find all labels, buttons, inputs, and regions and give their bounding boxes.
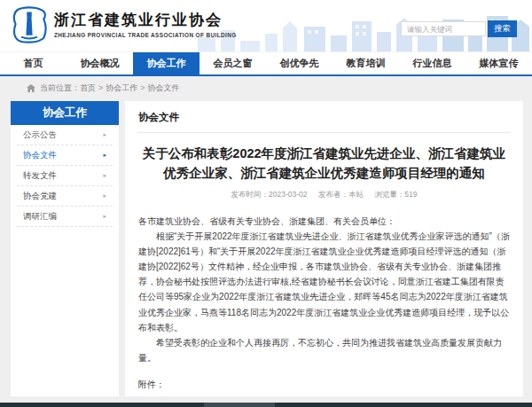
attachments-section: 附件： 1、2022年度浙江省建筑业先进企业 2、2022年度浙江省建筑业优秀企… (138, 379, 510, 396)
sidebar: 协会工作 公示公告 ▸ 协会文件 ▸ 转发文件 ▸ 协会党建 ▸ (11, 101, 119, 396)
sidebar-item-label: 协会党建 (23, 191, 57, 202)
org-name-en: ZHEJIANG PROVINCIAL TRADE ASSOCIATION OF… (54, 32, 237, 38)
article-panel: 协会文件 关于公布和表彰2022年度浙江省建筑业先进企业、浙江省建筑业优秀企业家… (125, 101, 523, 396)
search-bar: 搜索 (401, 20, 517, 37)
nav-item-about[interactable]: 协会概况 (66, 52, 133, 74)
main-area: 协会工作 公示公告 ▸ 协会文件 ▸ 转发文件 ▸ 协会党建 ▸ (11, 101, 523, 396)
nav-item-home[interactable]: 首页 (0, 52, 66, 74)
chevron-right-icon: ▸ (103, 152, 106, 159)
paragraph-salutation: 各市建筑业协会、省级有关专业协会、浙建集团、有关会员单位： (138, 214, 510, 229)
site-header: 浙江省建筑业行业协会 ZHEJIANG PROVINCIAL TRADE ASS… (0, 0, 532, 51)
sidebar-menu: 公示公告 ▸ 协会文件 ▸ 转发文件 ▸ 协会党建 ▸ 调研汇编 ▸ (11, 125, 119, 227)
sidebar-item-label: 调研汇编 (23, 211, 57, 223)
sidebar-title: 协会工作 (11, 101, 119, 125)
article-body: 各市建筑业协会、省级有关专业协会、浙建集团、有关会员单位： 根据“关于开展202… (138, 214, 510, 366)
sidebar-item-party-building[interactable]: 协会党建 ▸ (17, 186, 113, 207)
sidebar-item-association-docs[interactable]: 协会文件 ▸ (17, 145, 113, 166)
sidebar-item-research[interactable]: 调研汇编 ▸ (17, 207, 113, 227)
org-name-cn: 浙江省建筑业行业协会 (54, 12, 237, 29)
paragraph-closing: 希望受表彰的企业和个人再接再厉，不忘初心，共同为推进我省建筑业高质量发展贡献力量… (138, 335, 510, 365)
nav-item-industry-info[interactable]: 行业信息 (399, 52, 466, 74)
breadcrumb-link-home[interactable]: 首页 (80, 82, 96, 94)
footer-segment (204, 403, 275, 407)
article-meta: 发布时间：2023-03-02 发布者：本站 浏览量：519 (138, 190, 510, 200)
nav-item-training[interactable]: 教育培训 (332, 52, 399, 74)
publisher: 发布者：本站 (318, 190, 364, 199)
sidebar-item-notices[interactable]: 公示公告 ▸ (17, 125, 113, 145)
breadcrumb-link-association-work[interactable]: 协会工作 (106, 82, 137, 94)
breadcrumb-separator: > (140, 83, 145, 92)
home-icon (27, 84, 35, 92)
search-button[interactable]: 搜索 (488, 20, 517, 37)
nav-item-excellence[interactable]: 创优争先 (266, 52, 332, 74)
nav-item-association-work[interactable]: 协会工作 (133, 52, 200, 74)
chevron-right-icon: ▸ (103, 192, 106, 200)
footer-bar (0, 403, 532, 407)
article-title: 关于公布和表彰2022年度浙江省建筑业先进企业、浙江省建筑业优秀企业家、浙江省建… (142, 145, 506, 184)
page: 浙江省建筑业行业协会 ZHEJIANG PROVINCIAL TRADE ASS… (0, 0, 532, 407)
view-count: 浏览量：519 (374, 190, 417, 199)
breadcrumb-label: 当前位置： (40, 82, 80, 94)
chevron-right-icon: ▸ (103, 172, 106, 179)
nav-item-members[interactable]: 会员之窗 (200, 52, 266, 74)
section-title: 协会文件 (138, 111, 510, 133)
site-logo[interactable]: 浙江省建筑业行业协会 ZHEJIANG PROVINCIAL TRADE ASS… (12, 6, 237, 44)
breadcrumb-link-association-docs[interactable]: 协会文件 (148, 82, 180, 94)
chevron-right-icon: ▸ (103, 213, 106, 220)
sidebar-item-label: 协会文件 (23, 150, 57, 161)
sidebar-item-label: 转发文件 (23, 170, 57, 182)
association-emblem-icon (12, 6, 47, 44)
chevron-right-icon: ▸ (103, 131, 106, 138)
breadcrumb-separator: > (98, 83, 103, 92)
paragraph-main: 根据“关于开展2022年度浙江省建筑业先进企业、浙江省建筑业优秀企业家评选的通知… (138, 229, 510, 335)
publish-time: 发布时间：2023-03-02 (231, 190, 308, 199)
breadcrumb: 当前位置： 首页 > 协会工作 > 协会文件 (0, 76, 532, 99)
logo-text: 浙江省建筑业行业协会 ZHEJIANG PROVINCIAL TRADE ASS… (54, 12, 237, 38)
search-input[interactable] (401, 21, 486, 36)
attachments-label: 附件： (138, 379, 510, 391)
main-nav: 首页 协会概况 协会工作 会员之窗 创优争先 教育培训 行业信息 媒体宣传 (0, 51, 532, 76)
sidebar-item-label: 公示公告 (23, 129, 57, 141)
sidebar-item-forwarded-docs[interactable]: 转发文件 ▸ (17, 166, 113, 186)
attachment-link-1[interactable]: 1、2022年度浙江省建筑业先进企业 (161, 395, 510, 396)
nav-item-media[interactable]: 媒体宣传 (466, 52, 532, 74)
